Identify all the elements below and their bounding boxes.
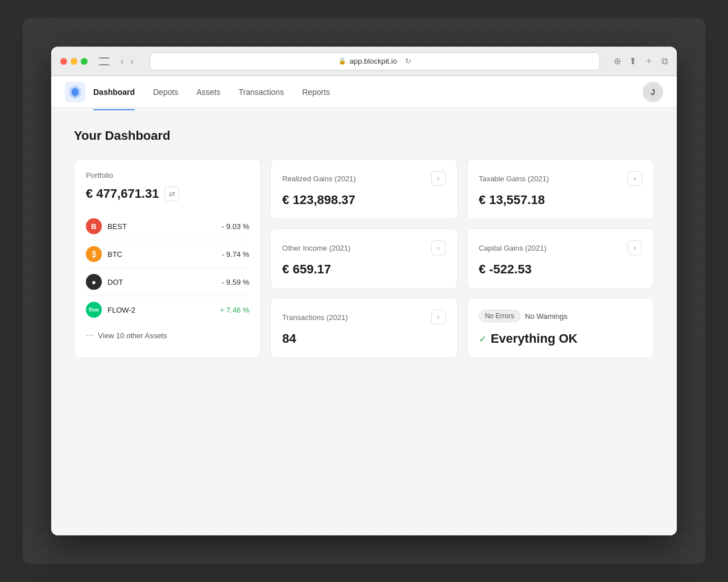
taxable-gains-label: Taxable Gains (2021) xyxy=(479,174,549,183)
user-avatar[interactable]: J xyxy=(643,82,663,102)
transactions-label: Transactions (2021) xyxy=(282,313,348,322)
asset-row-btc: ₿ BTC - 9.74 % xyxy=(86,240,249,268)
traffic-lights xyxy=(60,58,88,65)
more-dots-icon: ··· xyxy=(86,330,93,340)
everything-ok-row: ✓ Everything OK xyxy=(479,331,642,346)
back-button[interactable]: ‹ xyxy=(118,55,126,68)
taxable-gains-value: € 13,557.18 xyxy=(479,193,642,207)
best-change: - 9.03 % xyxy=(222,222,249,231)
view-more-label: View 10 other Assets xyxy=(98,331,167,340)
capital-gains-arrow-button[interactable]: › xyxy=(627,240,642,255)
capital-gains-label-row: Capital Gains (2021) › xyxy=(479,240,642,255)
titlebar: ‹ › 🔒 app.blockpit.io ↻ ⊕ ⬆ ＋ ⧉ xyxy=(51,47,677,76)
realized-gains-label: Realized Gains (2021) xyxy=(282,174,355,183)
nav-items: Dashboard Depots Assets Transactions Rep… xyxy=(85,84,643,100)
capital-gains-card: Capital Gains (2021) › € -522.53 xyxy=(467,228,654,289)
portfolio-label-row: Portfolio xyxy=(86,171,249,180)
no-errors-badge: No Errors xyxy=(479,310,520,322)
portfolio-label: Portfolio xyxy=(86,171,113,180)
other-income-arrow-button[interactable]: › xyxy=(431,240,446,255)
refresh-icon[interactable]: ↻ xyxy=(405,57,411,65)
other-income-label: Other Income (2021) xyxy=(282,244,350,252)
realized-gains-label-row: Realized Gains (2021) › xyxy=(282,171,445,186)
realized-gains-arrow-button[interactable]: › xyxy=(431,171,446,186)
maximize-button[interactable] xyxy=(81,58,88,65)
blockpit-logo xyxy=(65,82,85,102)
portfolio-card: Portfolio € 477,671.31 ⇄ B BEST - 9.03 % xyxy=(74,159,261,358)
no-warnings-text: No Warnings xyxy=(525,312,568,321)
btc-change: - 9.74 % xyxy=(222,250,249,259)
realized-gains-value: € 123,898.37 xyxy=(282,193,445,207)
other-income-card: Other Income (2021) › € 659.17 xyxy=(270,228,457,289)
capital-gains-label: Capital Gains (2021) xyxy=(479,244,547,252)
browser-navigation: ‹ › xyxy=(118,55,136,68)
other-income-label-row: Other Income (2021) › xyxy=(282,240,445,255)
sidebar-toggle-button[interactable] xyxy=(99,57,109,65)
download-icon[interactable]: ⊕ xyxy=(614,56,621,66)
flow2-name: FLOW-2 xyxy=(107,306,214,314)
nav-depots[interactable]: Depots xyxy=(145,84,186,100)
portfolio-value-row: € 477,671.31 ⇄ xyxy=(86,186,249,201)
url-bar[interactable]: 🔒 app.blockpit.io ↻ xyxy=(150,52,600,70)
status-badges: No Errors No Warnings xyxy=(479,310,642,322)
asset-row-best: B BEST - 9.03 % xyxy=(86,213,249,240)
ok-text: Everything OK xyxy=(491,331,578,346)
taxable-gains-arrow-button[interactable]: › xyxy=(627,171,642,186)
asset-row-flow2: flow FLOW-2 + 7.46 % xyxy=(86,296,249,323)
asset-row-dot: ● DOT - 9.59 % xyxy=(86,268,249,296)
url-text: app.blockpit.io xyxy=(350,57,397,65)
share-icon[interactable]: ⬆ xyxy=(629,56,636,66)
transactions-label-row: Transactions (2021) › xyxy=(282,310,445,325)
btc-icon: ₿ xyxy=(86,246,102,262)
dot-name: DOT xyxy=(107,278,216,286)
browser-window: ‹ › 🔒 app.blockpit.io ↻ ⊕ ⬆ ＋ ⧉ xyxy=(51,47,677,535)
best-icon: B xyxy=(86,218,102,234)
titlebar-actions: ⊕ ⬆ ＋ ⧉ xyxy=(614,55,668,67)
flow2-change: + 7.46 % xyxy=(220,306,250,314)
new-tab-icon[interactable]: ＋ xyxy=(644,55,653,67)
asset-list: B BEST - 9.03 % ₿ BTC - 9.74 % ● xyxy=(86,213,249,323)
check-icon: ✓ xyxy=(479,334,486,344)
navbar: Dashboard Depots Assets Transactions Rep… xyxy=(51,76,677,108)
desktop-background: ‹ › 🔒 app.blockpit.io ↻ ⊕ ⬆ ＋ ⧉ xyxy=(23,18,705,564)
dot-change: - 9.59 % xyxy=(222,278,249,286)
transactions-arrow-button[interactable]: › xyxy=(431,310,446,325)
best-name: BEST xyxy=(107,222,216,231)
nav-assets[interactable]: Assets xyxy=(188,84,228,100)
minimize-button[interactable] xyxy=(71,58,77,65)
status-card: No Errors No Warnings ✓ Everything OK xyxy=(467,298,654,358)
transactions-card: Transactions (2021) › 84 xyxy=(270,298,457,358)
page-title: Your Dashboard xyxy=(74,128,654,143)
forward-button[interactable]: › xyxy=(128,55,135,68)
view-more-assets[interactable]: ··· View 10 other Assets xyxy=(86,323,249,343)
nav-reports[interactable]: Reports xyxy=(294,84,338,100)
dot-icon: ● xyxy=(86,274,102,290)
swap-button[interactable]: ⇄ xyxy=(164,186,179,201)
flow2-icon: flow xyxy=(86,302,102,318)
capital-gains-value: € -522.53 xyxy=(479,262,642,277)
transactions-value: 84 xyxy=(282,331,445,346)
close-button[interactable] xyxy=(60,58,67,65)
nav-dashboard[interactable]: Dashboard xyxy=(85,84,143,100)
realized-gains-card: Realized Gains (2021) › € 123,898.37 xyxy=(270,159,457,219)
taxable-gains-label-row: Taxable Gains (2021) › xyxy=(479,171,642,186)
other-income-value: € 659.17 xyxy=(282,262,445,277)
tabs-icon[interactable]: ⧉ xyxy=(661,56,668,66)
lock-icon: 🔒 xyxy=(338,57,346,65)
taxable-gains-card: Taxable Gains (2021) › € 13,557.18 xyxy=(467,159,654,219)
dashboard-grid: Portfolio € 477,671.31 ⇄ B BEST - 9.03 % xyxy=(74,159,654,358)
main-content: Your Dashboard Portfolio € 477,671.31 ⇄ … xyxy=(51,108,677,535)
nav-transactions[interactable]: Transactions xyxy=(231,84,292,100)
btc-name: BTC xyxy=(107,250,216,259)
portfolio-value: € 477,671.31 xyxy=(86,186,159,201)
